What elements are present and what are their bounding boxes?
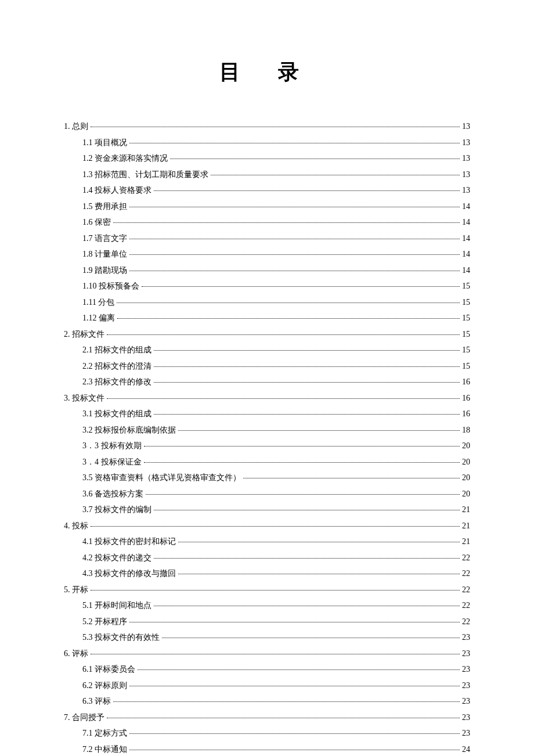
toc-dot-leader: [178, 574, 460, 574]
toc-dot-leader: [170, 159, 460, 159]
toc-entry: 7.2 中标通知24: [82, 744, 470, 755]
toc-entry: 1.10 投标预备会15: [82, 281, 470, 291]
toc-entry-page: 22: [462, 585, 470, 595]
toc-entry-page: 21: [462, 505, 470, 514]
toc-dot-leader: [129, 686, 460, 686]
toc-entry: 7.1 定标方式23: [82, 728, 470, 739]
toc-dot-leader: [154, 382, 460, 383]
toc-entry-label: 1.11 分包: [82, 297, 114, 308]
toc-dot-leader: [178, 430, 460, 431]
toc-dot-leader: [91, 590, 460, 591]
toc-entry: 6.2 评标原则23: [82, 681, 470, 691]
toc-entry-page: 22: [462, 601, 470, 610]
toc-entry-label: 1.12 偏离: [82, 313, 115, 323]
toc-entry-label: 3．3 投标有效期: [82, 441, 142, 451]
toc-entry: 2.2 招标文件的澄清15: [82, 361, 470, 372]
toc-entry: 2.3 招标文件的修改16: [82, 377, 470, 387]
toc-entry: 7. 合同授予23: [64, 712, 470, 723]
toc-entry: 5.1 开标时间和地点22: [82, 600, 470, 611]
toc-entry-page: 14: [462, 218, 470, 227]
toc-entry-page: 16: [462, 394, 470, 403]
toc-entry: 6. 评标23: [64, 649, 470, 659]
toc-entry-page: 14: [462, 202, 470, 211]
toc-dot-leader: [129, 733, 460, 734]
toc-dot-leader: [129, 254, 460, 255]
toc-entry-page: 15: [462, 314, 470, 323]
toc-entry-page: 22: [462, 617, 470, 627]
toc-dot-leader: [144, 462, 460, 463]
toc-dot-leader: [113, 701, 460, 702]
toc-dot-leader: [154, 606, 460, 606]
toc-entry-page: 16: [462, 377, 470, 387]
toc-entry-label: 7.2 中标通知: [82, 744, 127, 755]
toc-entry: 1.11 分包15: [82, 297, 470, 308]
toc-entry: 1.8 计量单位14: [82, 249, 470, 260]
toc-entry: 1.7 语言文字14: [82, 233, 470, 244]
toc-entry-label: 1. 总则: [64, 121, 88, 132]
toc-entry-page: 23: [462, 633, 470, 642]
toc-entry: 3．4 投标保证金20: [82, 457, 470, 467]
toc-entry: 1.3 招标范围、计划工期和质量要求13: [82, 170, 470, 180]
toc-entry-label: 6.3 评标: [82, 696, 111, 707]
toc-entry-label: 4. 投标: [64, 521, 88, 531]
toc-entry-label: 2.1 招标文件的组成: [82, 345, 151, 355]
toc-entry: 1.9 踏勘现场14: [82, 265, 470, 276]
toc-dot-leader: [117, 318, 460, 319]
toc-dot-leader: [91, 654, 460, 654]
toc-entry-page: 22: [462, 553, 470, 563]
toc-dot-leader: [129, 207, 460, 207]
toc-dot-leader: [107, 398, 460, 399]
toc-entry-label: 1.3 招标范围、计划工期和质量要求: [82, 170, 208, 180]
toc-entry-page: 15: [462, 298, 470, 307]
toc-entry-page: 20: [462, 458, 470, 467]
toc-entry-page: 13: [462, 122, 470, 131]
toc-dot-leader: [129, 271, 460, 271]
toc-entry-label: 6. 评标: [64, 649, 88, 659]
toc-entry-page: 14: [462, 266, 470, 275]
toc-entry-page: 15: [462, 330, 470, 339]
toc-entry: 1.6 保密14: [82, 217, 470, 228]
toc-entry: 3.1 投标文件的组成16: [82, 409, 470, 419]
toc-entry: 3.5 资格审查资料（格式详见资格审查文件）20: [82, 473, 470, 483]
toc-entry-label: 1.1 项目概况: [82, 138, 127, 148]
toc-dot-leader: [107, 334, 460, 335]
toc-entry-page: 15: [462, 362, 470, 371]
toc-dot-leader: [142, 286, 460, 287]
toc-entry-page: 13: [462, 138, 470, 147]
toc-entry-page: 23: [462, 649, 470, 658]
toc-entry-page: 13: [462, 154, 470, 163]
toc-entry: 3.7 投标文件的编制21: [82, 505, 470, 515]
toc-dot-leader: [146, 494, 460, 495]
toc-dot-leader: [91, 526, 460, 527]
toc-entry-page: 23: [462, 729, 470, 738]
toc-dot-leader: [154, 510, 460, 510]
table-of-contents: 1. 总则131.1 项目概况131.2 资金来源和落实情况131.3 招标范围…: [64, 121, 470, 756]
toc-entry: 4.3 投标文件的修改与撤回22: [82, 568, 470, 579]
toc-entry-page: 16: [462, 409, 470, 419]
toc-dot-leader: [154, 414, 460, 415]
toc-dot-leader: [107, 718, 460, 718]
toc-dot-leader: [154, 350, 460, 351]
toc-entry-label: 5.1 开标时间和地点: [82, 600, 151, 611]
toc-entry: 2. 招标文件15: [64, 329, 470, 340]
toc-entry-label: 3.1 投标文件的组成: [82, 409, 151, 419]
toc-title: 目 录: [64, 58, 470, 87]
toc-entry: 5. 开标22: [64, 585, 470, 595]
toc-entry-label: 3.5 资格审查资料（格式详见资格审查文件）: [82, 473, 241, 483]
toc-dot-leader: [129, 622, 460, 622]
toc-entry-label: 2. 招标文件: [64, 329, 104, 340]
toc-entry-page: 15: [462, 345, 470, 355]
toc-entry: 1.2 资金来源和落实情况13: [82, 153, 470, 164]
toc-entry-page: 20: [462, 473, 470, 483]
toc-entry-page: 21: [462, 521, 470, 531]
toc-dot-leader: [138, 669, 460, 670]
toc-entry-label: 5.2 开标程序: [82, 617, 127, 627]
toc-entry-label: 5. 开标: [64, 585, 88, 595]
toc-entry-label: 1.2 资金来源和落实情况: [82, 153, 168, 164]
toc-entry-label: 3. 投标文件: [64, 393, 104, 404]
toc-entry-label: 1.8 计量单位: [82, 249, 127, 260]
toc-entry-page: 13: [462, 170, 470, 179]
toc-entry-page: 22: [462, 569, 470, 578]
toc-dot-leader: [243, 478, 460, 478]
toc-entry-page: 18: [462, 426, 470, 435]
